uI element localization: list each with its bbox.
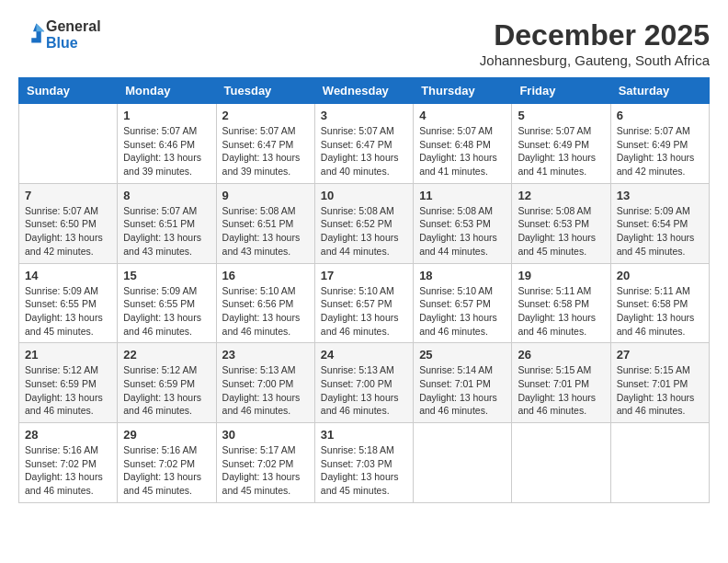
day-info: Sunrise: 5:10 AM Sunset: 6:56 PM Dayligh… [222,284,309,339]
month-title: December 2025 [480,18,710,52]
day-info: Sunrise: 5:07 AM Sunset: 6:46 PM Dayligh… [123,124,210,178]
day-number: 29 [123,428,210,442]
day-number: 19 [518,269,604,282]
calendar-cell: 27Sunrise: 5:15 AM Sunset: 7:01 PM Dayli… [610,343,709,423]
calendar-cell: 12Sunrise: 5:08 AM Sunset: 6:53 PM Dayli… [512,183,610,263]
calendar-cell: 4Sunrise: 5:07 AM Sunset: 6:48 PM Daylig… [414,104,512,184]
calendar-cell: 25Sunrise: 5:14 AM Sunset: 7:01 PM Dayli… [414,343,512,423]
calendar-cell: 21Sunrise: 5:12 AM Sunset: 6:59 PM Dayli… [19,343,118,423]
day-info: Sunrise: 5:07 AM Sunset: 6:47 PM Dayligh… [321,124,407,178]
calendar-cell: 13Sunrise: 5:09 AM Sunset: 6:54 PM Dayli… [610,183,709,263]
calendar-cell: 23Sunrise: 5:13 AM Sunset: 7:00 PM Dayli… [216,343,314,423]
logo-icon [20,20,46,46]
day-number: 22 [123,348,210,362]
logo-blue: Blue [46,35,78,51]
day-number: 26 [518,348,604,362]
weekday-header-sunday: Sunday [19,78,118,104]
calendar-cell: 1Sunrise: 5:07 AM Sunset: 6:46 PM Daylig… [118,104,216,184]
day-info: Sunrise: 5:13 AM Sunset: 7:00 PM Dayligh… [222,363,309,418]
calendar-cell: 8Sunrise: 5:07 AM Sunset: 6:51 PM Daylig… [118,183,216,263]
logo: General Blue [18,18,101,51]
day-info: Sunrise: 5:08 AM Sunset: 6:51 PM Dayligh… [222,204,309,259]
calendar-cell: 31Sunrise: 5:18 AM Sunset: 7:03 PM Dayli… [314,423,413,503]
day-info: Sunrise: 5:09 AM Sunset: 6:55 PM Dayligh… [25,284,111,339]
calendar-cell: 26Sunrise: 5:15 AM Sunset: 7:01 PM Dayli… [512,343,610,423]
calendar-cell: 6Sunrise: 5:07 AM Sunset: 6:49 PM Daylig… [610,104,709,184]
calendar-cell: 10Sunrise: 5:08 AM Sunset: 6:52 PM Dayli… [314,183,413,263]
day-number: 27 [617,348,703,362]
day-number: 24 [321,348,407,362]
day-number: 2 [222,109,309,122]
day-number: 5 [518,109,604,122]
calendar-header-row: SundayMondayTuesdayWednesdayThursdayFrid… [19,78,710,104]
calendar-cell: 5Sunrise: 5:07 AM Sunset: 6:49 PM Daylig… [512,104,610,184]
day-number: 31 [321,428,407,442]
calendar-cell: 11Sunrise: 5:08 AM Sunset: 6:53 PM Dayli… [414,183,512,263]
day-info: Sunrise: 5:16 AM Sunset: 7:02 PM Dayligh… [25,443,111,498]
day-info: Sunrise: 5:12 AM Sunset: 6:59 PM Dayligh… [25,363,111,418]
location-subtitle: Johannesburg, Gauteng, South Africa [480,52,710,68]
day-number: 4 [419,109,506,122]
calendar-cell: 24Sunrise: 5:13 AM Sunset: 7:00 PM Dayli… [314,343,413,423]
weekday-header-tuesday: Tuesday [216,78,314,104]
day-number: 15 [123,269,210,282]
day-info: Sunrise: 5:09 AM Sunset: 6:55 PM Dayligh… [123,284,210,339]
day-info: Sunrise: 5:14 AM Sunset: 7:01 PM Dayligh… [419,363,506,418]
day-number: 11 [419,189,506,202]
day-info: Sunrise: 5:07 AM Sunset: 6:49 PM Dayligh… [617,124,703,178]
day-number: 14 [25,269,111,282]
day-number: 1 [123,109,210,122]
day-number: 20 [617,269,703,282]
calendar-week-row: 14Sunrise: 5:09 AM Sunset: 6:55 PM Dayli… [19,263,710,343]
weekday-header-friday: Friday [512,78,610,104]
calendar-cell [610,423,709,503]
page-header: General Blue December 2025 Johannesburg,… [18,18,710,68]
calendar-cell: 18Sunrise: 5:10 AM Sunset: 6:57 PM Dayli… [414,263,512,343]
calendar-cell: 19Sunrise: 5:11 AM Sunset: 6:58 PM Dayli… [512,263,610,343]
weekday-header-thursday: Thursday [414,78,512,104]
svg-marker-1 [37,23,45,31]
day-number: 18 [419,269,506,282]
calendar-week-row: 28Sunrise: 5:16 AM Sunset: 7:02 PM Dayli… [19,423,710,503]
day-number: 17 [321,269,407,282]
calendar-cell: 9Sunrise: 5:08 AM Sunset: 6:51 PM Daylig… [216,183,314,263]
calendar-week-row: 1Sunrise: 5:07 AM Sunset: 6:46 PM Daylig… [19,104,710,184]
day-info: Sunrise: 5:15 AM Sunset: 7:01 PM Dayligh… [518,363,604,418]
day-info: Sunrise: 5:07 AM Sunset: 6:48 PM Dayligh… [419,124,506,178]
day-info: Sunrise: 5:10 AM Sunset: 6:57 PM Dayligh… [321,284,407,339]
day-number: 30 [222,428,309,442]
day-info: Sunrise: 5:12 AM Sunset: 6:59 PM Dayligh… [123,363,210,418]
day-number: 13 [617,189,703,202]
day-number: 25 [419,348,506,362]
day-number: 23 [222,348,309,362]
weekday-header-wednesday: Wednesday [314,78,413,104]
calendar-cell [512,423,610,503]
day-info: Sunrise: 5:17 AM Sunset: 7:02 PM Dayligh… [222,443,309,498]
day-number: 12 [518,189,604,202]
calendar-cell: 2Sunrise: 5:07 AM Sunset: 6:47 PM Daylig… [216,104,314,184]
calendar-table: SundayMondayTuesdayWednesdayThursdayFrid… [18,77,710,503]
weekday-header-monday: Monday [118,78,216,104]
calendar-week-row: 7Sunrise: 5:07 AM Sunset: 6:50 PM Daylig… [19,183,710,263]
day-number: 8 [123,189,210,202]
day-number: 6 [617,109,703,122]
weekday-header-saturday: Saturday [610,78,709,104]
calendar-cell: 17Sunrise: 5:10 AM Sunset: 6:57 PM Dayli… [314,263,413,343]
day-info: Sunrise: 5:11 AM Sunset: 6:58 PM Dayligh… [617,284,703,339]
day-info: Sunrise: 5:13 AM Sunset: 7:00 PM Dayligh… [321,363,407,418]
day-number: 10 [321,189,407,202]
day-info: Sunrise: 5:07 AM Sunset: 6:49 PM Dayligh… [518,124,604,178]
calendar-cell: 14Sunrise: 5:09 AM Sunset: 6:55 PM Dayli… [19,263,118,343]
calendar-cell: 28Sunrise: 5:16 AM Sunset: 7:02 PM Dayli… [19,423,118,503]
day-info: Sunrise: 5:15 AM Sunset: 7:01 PM Dayligh… [617,363,703,418]
day-info: Sunrise: 5:08 AM Sunset: 6:53 PM Dayligh… [518,204,604,259]
day-info: Sunrise: 5:11 AM Sunset: 6:58 PM Dayligh… [518,284,604,339]
calendar-cell: 15Sunrise: 5:09 AM Sunset: 6:55 PM Dayli… [118,263,216,343]
day-info: Sunrise: 5:08 AM Sunset: 6:53 PM Dayligh… [419,204,506,259]
day-number: 7 [25,189,111,202]
day-number: 3 [321,109,407,122]
day-info: Sunrise: 5:09 AM Sunset: 6:54 PM Dayligh… [617,204,703,259]
calendar-cell [414,423,512,503]
calendar-cell [19,104,118,184]
day-info: Sunrise: 5:07 AM Sunset: 6:50 PM Dayligh… [25,204,111,259]
